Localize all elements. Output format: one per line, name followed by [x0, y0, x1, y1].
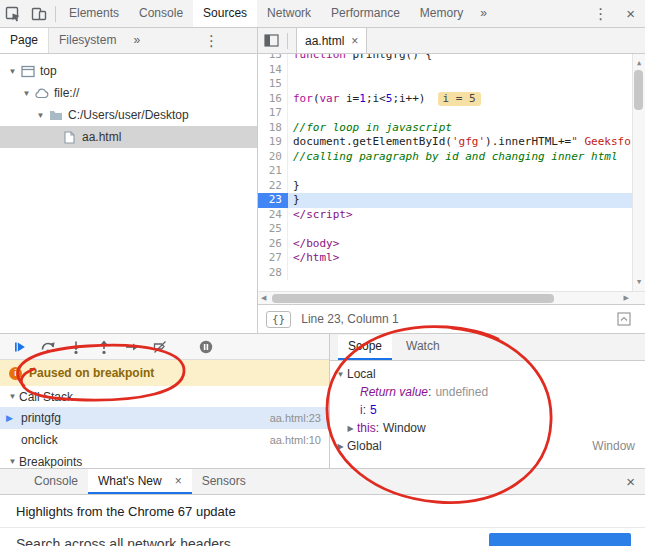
editor-vertical-scrollbar[interactable]: ▲ ▼ [632, 54, 645, 291]
caret-down-icon[interactable]: ▼ [334, 370, 347, 379]
call-stack-frame-printgfg[interactable]: ▶printgfgaa.html:23 [0, 407, 329, 429]
drawer-close-icon[interactable]: × [616, 473, 645, 490]
step-into-button[interactable] [62, 335, 90, 359]
scroll-left-icon[interactable]: ◀ [261, 294, 266, 302]
line-number[interactable]: 23 [258, 193, 288, 208]
tab-memory[interactable]: Memory [410, 0, 473, 27]
code-line-25[interactable]: 25 [258, 222, 645, 237]
caret-right-icon[interactable]: ▶ [334, 442, 347, 451]
scope-row-i[interactable]: i: 5 [330, 401, 645, 419]
editor-tab-aa-html[interactable]: aa.html × [296, 28, 367, 53]
line-number[interactable]: 22 [258, 179, 288, 194]
call-stack-frame-onclick[interactable]: onclickaa.html:10 [0, 429, 329, 451]
code-line-27[interactable]: 27</html> [258, 251, 645, 266]
expand-sidebar-icon[interactable] [611, 306, 637, 332]
scope-tab-scope[interactable]: Scope [338, 335, 392, 360]
code-line-17[interactable]: 17 [258, 106, 645, 121]
code-line-26[interactable]: 26</body> [258, 237, 645, 252]
scope-row-local[interactable]: ▼Local [330, 365, 645, 383]
drawer-tab-sensors[interactable]: Sensors [192, 469, 256, 494]
pause-on-exceptions-button[interactable] [192, 335, 220, 359]
code-line-22[interactable]: 22} [258, 179, 645, 194]
step-over-button[interactable] [34, 335, 62, 359]
scroll-down-icon[interactable]: ▼ [633, 275, 645, 290]
code-text: </script> [288, 208, 645, 223]
tab-sources[interactable]: Sources [193, 0, 257, 27]
scope-variable-name: Global [347, 439, 382, 453]
line-number[interactable]: 26 [258, 237, 288, 252]
line-number[interactable]: 18 [258, 121, 288, 136]
close-tab-icon[interactable]: × [175, 469, 182, 494]
tree-item-c-users-user-desktop[interactable]: ▼C:/Users/user/Desktop [0, 104, 257, 126]
deactivate-breakpoints-button[interactable] [146, 335, 174, 359]
scope-tab-watch[interactable]: Watch [396, 335, 450, 360]
code-line-19[interactable]: 19document.getElementById('gfg').innerHT… [258, 135, 645, 150]
device-toolbar-icon[interactable] [26, 1, 52, 27]
debugger-section: i Paused on breakpoint ▼ Call Stack ▶pri… [0, 333, 645, 468]
line-number[interactable]: 25 [258, 222, 288, 237]
line-number[interactable]: 13 [258, 54, 288, 63]
tree-item-file[interactable]: ▼file:// [0, 82, 257, 104]
code-line-20[interactable]: 20//calling paragraph by id and changing… [258, 150, 645, 165]
code-line-28[interactable]: 28 [258, 266, 645, 281]
sidebar-tab-filesystem[interactable]: Filesystem [49, 28, 126, 53]
navigator-menu-icon[interactable]: ⋮ [196, 32, 227, 50]
drawer-tab-what-s-new[interactable]: What's New× [88, 469, 192, 494]
inspect-element-icon[interactable] [0, 1, 26, 27]
code-line-24[interactable]: 24</script> [258, 208, 645, 223]
frame-function-name: printgfg [21, 411, 61, 425]
code-text: } [288, 179, 645, 194]
scroll-right-icon[interactable]: ▶ [624, 294, 629, 302]
code-line-21[interactable]: 21 [258, 164, 645, 179]
scope-row-this[interactable]: ▶this: Window [330, 419, 645, 437]
tab-network[interactable]: Network [257, 0, 321, 27]
tab-elements[interactable]: Elements [59, 0, 129, 27]
tab-performance[interactable]: Performance [321, 0, 410, 27]
tree-item-top[interactable]: ▼top [0, 60, 257, 82]
toggle-navigator-icon[interactable] [258, 28, 284, 54]
step-out-button[interactable] [90, 335, 118, 359]
scope-variable-name: this [357, 421, 376, 435]
code-line-13[interactable]: 13function printgfg() { [258, 54, 645, 63]
code-editor[interactable]: 13function printgfg() {141516for(var i=1… [258, 54, 645, 291]
more-navigator-tabs-button[interactable]: » [126, 27, 147, 54]
caret-right-icon[interactable]: ▶ [344, 424, 357, 433]
scope-variable-value: 5 [370, 403, 377, 417]
line-number[interactable]: 19 [258, 135, 288, 150]
drawer-tab-label: Sensors [202, 469, 246, 494]
code-line-16[interactable]: 16for(var i=1;i<5;i++)i = 5 [258, 92, 645, 107]
vertical-scroll-thumb[interactable] [634, 70, 643, 110]
scope-row-return-value[interactable]: Return value: undefined [330, 383, 645, 401]
tree-item-aa-html[interactable]: aa.html [0, 126, 257, 148]
step-button[interactable] [118, 335, 146, 359]
editor-horizontal-scrollbar[interactable]: ◀ ▶ [258, 291, 645, 304]
drawer-tab-console[interactable]: Console [24, 469, 88, 494]
code-line-18[interactable]: 18//for loop in javascript [258, 121, 645, 136]
devtools-close-icon[interactable]: × [616, 5, 645, 22]
resume-button[interactable] [6, 335, 34, 359]
code-line-15[interactable]: 15 [258, 77, 645, 92]
line-number[interactable]: 16 [258, 92, 288, 107]
breakpoints-header[interactable]: ▼ Breakpoints [0, 451, 329, 468]
scope-row-global[interactable]: ▶GlobalWindow [330, 437, 645, 455]
line-number[interactable]: 28 [258, 266, 288, 281]
pretty-print-button[interactable]: {} [266, 311, 291, 328]
line-number[interactable]: 17 [258, 106, 288, 121]
call-stack-header[interactable]: ▼ Call Stack [0, 386, 329, 407]
line-number[interactable]: 21 [258, 164, 288, 179]
scope-summary-value: Window [592, 439, 635, 453]
line-number[interactable]: 15 [258, 77, 288, 92]
devtools-menu-icon[interactable]: ⋮ [585, 5, 616, 23]
sidebar-tab-page[interactable]: Page [0, 28, 49, 53]
code-line-23[interactable]: 23} [258, 193, 645, 208]
code-line-14[interactable]: 14 [258, 63, 645, 78]
more-panels-button[interactable]: » [473, 0, 494, 27]
tab-console[interactable]: Console [129, 0, 193, 27]
line-number[interactable]: 24 [258, 208, 288, 223]
scroll-up-icon[interactable]: ▲ [633, 56, 645, 71]
line-number[interactable]: 27 [258, 251, 288, 266]
line-number[interactable]: 20 [258, 150, 288, 165]
close-tab-icon[interactable]: × [351, 34, 358, 48]
line-number[interactable]: 14 [258, 63, 288, 78]
horizontal-scroll-thumb[interactable] [272, 294, 554, 303]
